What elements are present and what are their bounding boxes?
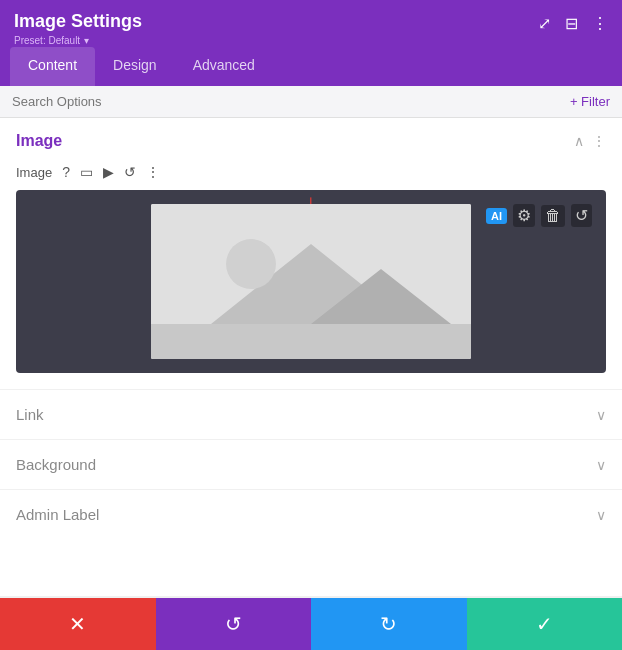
undo-icon: ↺	[225, 612, 242, 636]
admin-label-section[interactable]: Admin Label ∨	[0, 489, 622, 539]
undo-toolbar-icon[interactable]: ↺	[124, 164, 136, 180]
header-icons: ⤢ ⊟ ⋮	[538, 10, 608, 33]
link-section-title: Link	[16, 406, 44, 423]
placeholder-svg	[151, 204, 471, 359]
save-button[interactable]: ✓	[467, 598, 623, 650]
image-section-header: Image ∧ ⋮	[0, 118, 622, 160]
image-label: Image	[16, 165, 52, 180]
image-reset-icon[interactable]: ↺	[571, 204, 592, 227]
cancel-icon: ✕	[69, 612, 86, 636]
image-section-title: Image	[16, 132, 62, 150]
image-settings-icon[interactable]: ⚙	[513, 204, 535, 227]
help-icon[interactable]: ?	[62, 164, 70, 180]
section-more-icon[interactable]: ⋮	[592, 133, 606, 149]
bottom-bar: ✕ ↺ ↻ ✓	[0, 598, 622, 650]
device-icon[interactable]: ▭	[80, 164, 93, 180]
panel-title: Image Settings	[14, 10, 142, 33]
preset-selector[interactable]: Preset: Default ▾	[14, 33, 142, 47]
preset-label: Preset: Default	[14, 35, 80, 46]
tab-design[interactable]: Design	[95, 47, 175, 86]
header: Image Settings Preset: Default ▾ ⤢ ⊟ ⋮	[0, 0, 622, 47]
columns-icon[interactable]: ⊟	[565, 14, 578, 33]
cancel-button[interactable]: ✕	[0, 598, 156, 650]
image-placeholder	[151, 204, 471, 359]
background-section-title: Background	[16, 456, 96, 473]
link-chevron-icon: ∨	[596, 407, 606, 423]
collapse-icon[interactable]: ∧	[574, 133, 584, 149]
ai-badge[interactable]: AI	[486, 208, 507, 224]
tab-content[interactable]: Content	[10, 47, 95, 86]
admin-label-title: Admin Label	[16, 506, 99, 523]
preset-arrow-icon: ▾	[84, 35, 89, 46]
search-input[interactable]	[12, 94, 570, 109]
search-bar: + Filter	[0, 86, 622, 118]
cursor-icon[interactable]: ▶	[103, 164, 114, 180]
section-header-icons: ∧ ⋮	[574, 133, 606, 149]
more-options-icon[interactable]: ⋮	[592, 14, 608, 33]
redo-icon: ↻	[380, 612, 397, 636]
image-upload-area[interactable]: ↓ AI ⚙ 🗑 ↺	[16, 190, 606, 373]
main-content: Image ∧ ⋮ Image ? ▭ ▶ ↺ ⋮ ↓	[0, 118, 622, 596]
admin-label-chevron-icon: ∨	[596, 507, 606, 523]
expand-icon[interactable]: ⤢	[538, 14, 551, 33]
svg-point-3	[226, 239, 276, 289]
image-toolbar: Image ? ▭ ▶ ↺ ⋮	[0, 160, 622, 190]
redo-button[interactable]: ↻	[311, 598, 467, 650]
background-section[interactable]: Background ∨	[0, 439, 622, 489]
link-section[interactable]: Link ∨	[0, 389, 622, 439]
undo-button[interactable]: ↺	[156, 598, 312, 650]
background-chevron-icon: ∨	[596, 457, 606, 473]
toolbar-more-icon[interactable]: ⋮	[146, 164, 160, 180]
tabs-bar: Content Design Advanced	[0, 47, 622, 86]
svg-rect-4	[151, 324, 471, 359]
image-overlay-icons: AI ⚙ 🗑 ↺	[486, 204, 592, 227]
header-left: Image Settings Preset: Default ▾	[14, 10, 142, 47]
tab-advanced[interactable]: Advanced	[175, 47, 273, 86]
save-icon: ✓	[536, 612, 553, 636]
filter-button[interactable]: + Filter	[570, 94, 610, 109]
image-delete-icon[interactable]: 🗑	[541, 205, 565, 227]
